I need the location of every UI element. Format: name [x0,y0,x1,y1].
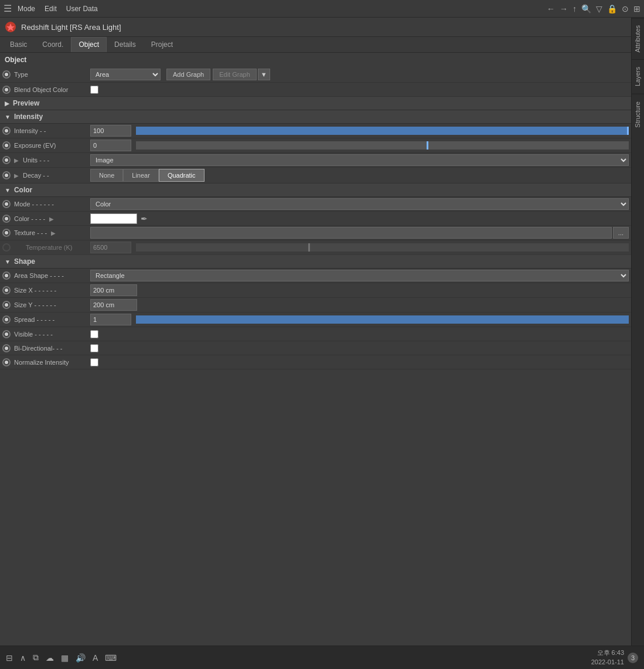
size-y-row: Size Y - - - - - - [0,298,631,313]
decay-linear-button[interactable]: Linear [123,169,159,182]
temperature-slider[interactable] [136,243,629,252]
area-shape-row: Area Shape - - - - Rectangle [0,269,631,283]
status-time: 오후 6:43 [591,648,624,657]
graph-dropdown-button[interactable]: ▼ [258,69,270,80]
spread-radio[interactable] [2,315,11,324]
menu-icon[interactable]: ☰ [4,3,12,14]
size-y-value-group [90,299,629,311]
intensity-slider[interactable] [136,127,629,135]
tab-coord[interactable]: Coord. [35,37,71,52]
tab-project[interactable]: Project [144,37,180,52]
decay-none-button[interactable]: None [90,169,123,182]
nav-forward-icon[interactable]: → [560,4,568,13]
status-copy-icon[interactable]: ⧉ [33,653,39,663]
bidirectional-radio[interactable] [2,344,11,352]
intensity-row: Intensity - - [0,124,631,138]
texture-input-field[interactable] [90,227,612,239]
decay-label-text: Decay - - [23,172,49,179]
status-cloud-icon[interactable]: ☁ [46,653,54,663]
texture-value-group: ... [90,227,629,239]
visible-checkbox[interactable] [90,330,98,338]
normalize-radio[interactable] [2,358,11,366]
type-radio[interactable] [2,70,11,79]
shape-section-label: Shape [14,257,35,266]
nav-up-icon[interactable]: ↑ [573,4,577,13]
decay-quadratic-button[interactable]: Quadratic [159,169,205,182]
texture-radio[interactable] [2,229,11,237]
edit-graph-button[interactable]: Edit Graph [213,69,257,80]
color-section-label: Color [14,186,32,194]
status-display-icon[interactable]: ▦ [61,653,69,663]
intensity-label: Intensity - - [14,127,90,134]
units-label: ▶ Units - - - [14,157,90,164]
intensity-radio[interactable] [2,127,11,135]
temperature-radio[interactable] [2,243,11,252]
exposure-slider[interactable] [136,141,629,150]
status-badge[interactable]: 3 [628,653,638,663]
texture-browse-button[interactable]: ... [613,227,629,239]
area-shape-radio[interactable] [2,271,11,280]
menubar: ☰ Mode Edit User Data ← → ↑ 🔍 ▽ 🔒 ⊙ ⊞ [0,0,644,18]
size-y-input[interactable] [90,299,137,311]
preview-section-header[interactable]: ▶ Preview [0,97,631,110]
blend-color-radio[interactable] [2,86,11,94]
side-tab-structure[interactable]: Structure [632,94,644,135]
exposure-value-group [90,140,629,151]
side-tab-layers[interactable]: Layers [632,59,644,93]
decay-radio[interactable] [2,171,11,179]
color-section-header[interactable]: ▼ Color [0,184,631,197]
exposure-input[interactable] [90,140,131,151]
search-icon[interactable]: 🔍 [581,4,591,13]
intensity-input[interactable] [90,125,131,137]
size-x-radio[interactable] [2,286,11,294]
normalize-checkbox[interactable] [90,358,98,366]
nav-back-icon[interactable]: ← [547,4,555,13]
tab-details[interactable]: Details [107,37,144,52]
units-radio[interactable] [2,156,11,164]
status-panel-icon[interactable]: ⊟ [6,653,13,663]
area-shape-select[interactable]: Rectangle [90,270,629,281]
status-date: 2022-01-11 [591,658,624,667]
mode-value-group: Color [90,198,629,210]
lock-icon[interactable]: 🔒 [607,4,617,13]
menubar-right: ← → ↑ 🔍 ▽ 🔒 ⊙ ⊞ [547,4,640,13]
side-tab-attributes[interactable]: Attributes [632,18,644,59]
filter-icon[interactable]: ▽ [596,4,602,13]
status-input-icon[interactable]: ⌨ [105,653,117,663]
eyedropper-icon[interactable]: ✒ [141,214,148,223]
spread-input[interactable] [90,314,131,325]
size-y-label: Size Y - - - - - - [14,301,90,308]
mode-label: Mode - - - - - - [14,201,90,208]
units-select[interactable]: Image [90,154,629,166]
size-y-radio[interactable] [2,301,11,309]
size-x-input[interactable] [90,284,137,296]
color-swatch[interactable] [90,213,137,224]
status-text-icon[interactable]: A [93,653,98,663]
menu-userdata[interactable]: User Data [66,5,98,13]
status-up-icon[interactable]: ∧ [20,653,26,663]
intensity-section-header[interactable]: ▼ Intensity [0,110,631,124]
color-radio[interactable] [2,215,11,223]
bidirectional-label: Bi-Directional- - - [14,345,90,352]
exposure-radio[interactable] [2,141,11,150]
mode-radio[interactable] [2,200,11,208]
expand-icon[interactable]: ⊞ [633,4,640,13]
add-graph-button[interactable]: Add Graph [166,69,210,80]
decay-buttons-group: None Linear Quadratic [90,169,205,182]
normalize-label: Normalize Intensity [14,359,90,366]
menu-edit[interactable]: Edit [45,5,57,13]
shape-section-header[interactable]: ▼ Shape [0,255,631,269]
blend-color-checkbox[interactable] [90,86,98,94]
status-speaker-icon[interactable]: 🔊 [76,653,86,663]
mode-select[interactable]: Color [90,198,629,210]
temperature-input[interactable] [90,242,131,253]
target-icon[interactable]: ⊙ [622,4,629,13]
tab-bar: Basic Coord. Object Details Project [0,37,631,53]
spread-slider[interactable] [136,315,629,324]
visible-radio[interactable] [2,330,11,338]
tab-basic[interactable]: Basic [2,37,35,52]
type-select[interactable]: Area [90,69,161,80]
menu-mode[interactable]: Mode [18,5,35,13]
bidirectional-checkbox[interactable] [90,344,98,352]
tab-object[interactable]: Object [71,37,107,52]
